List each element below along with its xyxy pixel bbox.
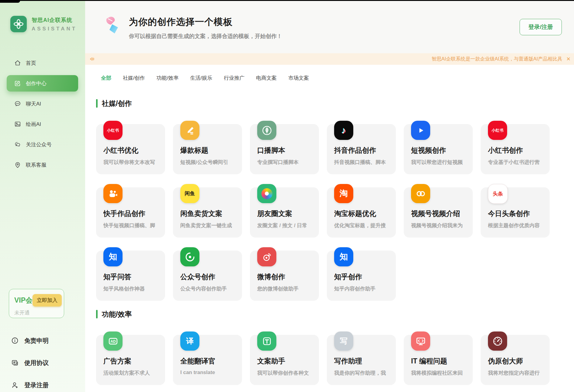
- sidebar-footer-item-使用协议[interactable]: 使用协议: [11, 356, 49, 370]
- card-title: 知乎创作: [334, 272, 390, 282]
- menu-label: 聊天AI: [26, 100, 41, 107]
- card-广告方案[interactable]: AD 广告方案 活动策划方案不求人: [96, 335, 165, 385]
- card-desc: I can translate: [180, 369, 237, 376]
- card-今日头条创作[interactable]: 头条 今日头条创作 根据主题创作优质内容: [481, 187, 550, 238]
- menu-label: 关注公众号: [26, 141, 52, 148]
- speaker-icon: [89, 56, 95, 62]
- card-title: 抖音作品创作: [334, 146, 390, 155]
- card-快手作品创作[interactable]: 快手作品创作 快手短视频口播稿、脚: [96, 187, 165, 238]
- card-title: IT 编程问题: [411, 356, 467, 366]
- brand-subtitle: ASSISTANT: [32, 26, 77, 32]
- vip-title: VIP会: [14, 296, 33, 305]
- section-head: 社媒/创作: [96, 99, 574, 108]
- card-desc: 公众号内容创作助手: [180, 285, 237, 292]
- user-add-icon: [11, 381, 19, 389]
- card-抖音作品创作[interactable]: ♪ 抖音作品创作 抖音视频口播稿、脚本: [327, 124, 396, 174]
- sections: 社媒/创作 小红书 小红书优化 我可以帮你将文本改写 爆款标题 短视频/公众号瞬…: [96, 99, 574, 385]
- card-desc: 知乎内容创作助手: [334, 285, 390, 292]
- card-知乎创作[interactable]: 知 知乎创作 知乎内容创作助手: [327, 251, 396, 301]
- card-文案助手[interactable]: 文案助手 我可以帮你创作各种文: [250, 335, 319, 385]
- card-IT 编程问题[interactable]: IT 编程问题 我将模拟编程社区来回: [404, 335, 473, 385]
- tab-电商文案[interactable]: 电商文案: [256, 75, 277, 82]
- tab-生活/娱乐[interactable]: 生活/娱乐: [190, 75, 212, 82]
- card-desc: 专业撰写口播脚本: [257, 159, 313, 166]
- card-视频号视频介绍[interactable]: 视频号视频介绍 视频号视频介绍我来为: [404, 187, 473, 238]
- main-header: 为你的创作选择一个模板 你可以根据自己需要生成的文案，选择合适的模板，开始创作！…: [85, 0, 574, 53]
- tab-功能/效率[interactable]: 功能/效率: [157, 75, 179, 82]
- sidebar-item-首页[interactable]: 首页: [7, 55, 78, 71]
- card-全能翻译官[interactable]: 译 全能翻译官 I can translate: [173, 335, 242, 385]
- card-title: 全能翻译官: [180, 356, 237, 366]
- card-口播脚本[interactable]: 口播脚本 专业撰写口播脚本: [250, 124, 319, 174]
- card-desc: 发圈文案 / 推文 / 日常: [257, 222, 313, 229]
- card-desc: 我将对您指定内容进行: [488, 369, 544, 376]
- card-desc: 专业基于小红书进行营: [488, 159, 544, 166]
- vip-status: 未开通: [14, 309, 61, 316]
- pen-diamond-deco-icon: [102, 16, 122, 38]
- card-微博创作[interactable]: 微博创作 您的微博创做助手: [250, 251, 319, 301]
- sidebar-item-创作中心[interactable]: 创作中心: [7, 75, 78, 92]
- zhihu-icon: 知: [334, 247, 353, 266]
- tiktok-icon: ♪: [334, 121, 353, 140]
- toutiao-icon: 头条: [488, 184, 508, 204]
- vip-row: VIP会 立即加入: [14, 294, 61, 307]
- section-accent-bar: [96, 310, 98, 318]
- card-title: 伪原创大师: [488, 356, 544, 366]
- main-area: 为你的创作选择一个模板 你可以根据自己需要生成的文案，选择合适的模板，开始创作！…: [85, 0, 574, 392]
- location-pin-icon: [14, 161, 21, 168]
- tab-全部[interactable]: 全部: [101, 75, 111, 82]
- tab-行业推广[interactable]: 行业推广: [224, 75, 244, 82]
- card-title: 朋友圈文案: [257, 209, 313, 218]
- window-top-edge: [0, 0, 574, 1]
- announcement-close-icon[interactable]: ×: [566, 56, 571, 62]
- card-知乎问答[interactable]: 知 知乎问答 知乎风格创作神器: [96, 251, 165, 301]
- gauge-icon: [488, 331, 507, 351]
- card-爆款标题[interactable]: 爆款标题 短视频/公众号瞬间引: [173, 124, 242, 174]
- card-desc: 闲鱼卖货文案一键生成: [180, 222, 237, 229]
- card-公众号创作[interactable]: 公众号创作 公众号内容创作助手: [173, 251, 242, 301]
- channels-icon: [411, 184, 430, 203]
- card-闲鱼卖货文案[interactable]: 闲鱼 闲鱼卖货文案 闲鱼卖货文案一键生成: [173, 187, 242, 238]
- moments-aperture-icon: [257, 184, 276, 203]
- menu-label: 联系客服: [26, 161, 47, 168]
- zhihu-icon: 知: [103, 247, 123, 266]
- card-desc: 视频号视频介绍我来为: [411, 222, 467, 229]
- card-小红书优化[interactable]: 小红书 小红书优化 我可以帮你将文本改写: [96, 124, 165, 174]
- footer-label: 使用协议: [24, 359, 49, 367]
- tab-社媒/创作[interactable]: 社媒/创作: [123, 75, 145, 82]
- announcement-bar: 智思AI企联系统是一款企业级AI系统，与普通版AI产品相比具 ×: [85, 53, 574, 65]
- card-title: 广告方案: [103, 356, 160, 366]
- card-desc: 知乎风格创作神器: [103, 285, 160, 292]
- page-title: 为你的创作选择一个模板: [129, 16, 282, 28]
- sidebar-footer-item-登录注册[interactable]: 登录注册: [11, 378, 49, 392]
- card-伪原创大师[interactable]: 伪原创大师 我将对您指定内容进行: [481, 335, 550, 385]
- vip-join-button[interactable]: 立即加入: [33, 294, 62, 307]
- card-淘宝标题优化[interactable]: 淘 淘宝标题优化 优化淘宝标题，提升搜: [327, 187, 396, 238]
- card-写作助理[interactable]: 写 写作助理 我是你的写作助理，我: [327, 335, 396, 385]
- sidebar-item-联系客服[interactable]: 联系客服: [7, 157, 78, 173]
- card-title: 微博创作: [257, 272, 313, 282]
- monitor-icon: [411, 331, 430, 351]
- card-朋友圈文案[interactable]: 朋友圈文案 发圈文案 / 推文 / 日常: [250, 187, 319, 238]
- tab-市场文案[interactable]: 市场文案: [288, 75, 309, 82]
- section-功能/效率: 功能/效率 AD 广告方案 活动策划方案不求人 译 全能翻译官 I can tr…: [96, 310, 574, 385]
- sidebar-item-绘画AI[interactable]: 绘画AI: [7, 116, 78, 132]
- sidebar-item-聊天AI[interactable]: 聊天AI: [7, 95, 78, 112]
- card-desc: 快手短视频口播稿、脚: [103, 222, 160, 229]
- xiaohongshu-icon: 小红书: [488, 121, 507, 140]
- card-desc: 优化淘宝标题，提升搜: [334, 222, 390, 229]
- sidebar-footer-item-免责申明[interactable]: 免责申明: [11, 333, 49, 348]
- card-title: 口播脚本: [257, 146, 313, 155]
- card-grid: AD 广告方案 活动策划方案不求人 译 全能翻译官 I can translat…: [96, 335, 574, 385]
- svg-text:AD: AD: [110, 339, 116, 344]
- card-短视频创作[interactable]: 短视频创作 我可以帮您进行短视频: [404, 124, 473, 174]
- card-grid: 小红书 小红书优化 我可以帮你将文本改写 爆款标题 短视频/公众号瞬间引 口播脚…: [96, 124, 574, 301]
- card-desc: 我可以帮您进行短视频: [411, 159, 467, 166]
- card-desc: 我将模拟编程社区来回: [411, 369, 467, 376]
- card-desc: 抖音视频口播稿、脚本: [334, 159, 390, 166]
- sidebar: 智思AI企联系统 ASSISTANT 首页 创作中心 聊天AI 绘画AI 关注公…: [0, 0, 85, 392]
- card-小红书创作[interactable]: 小红书 小红书创作 专业基于小红书进行营: [481, 124, 550, 174]
- login-register-button[interactable]: 登录/注册: [520, 19, 562, 35]
- sidebar-item-关注公众号[interactable]: 关注公众号: [7, 136, 78, 153]
- card-desc: 短视频/公众号瞬间引: [180, 159, 237, 166]
